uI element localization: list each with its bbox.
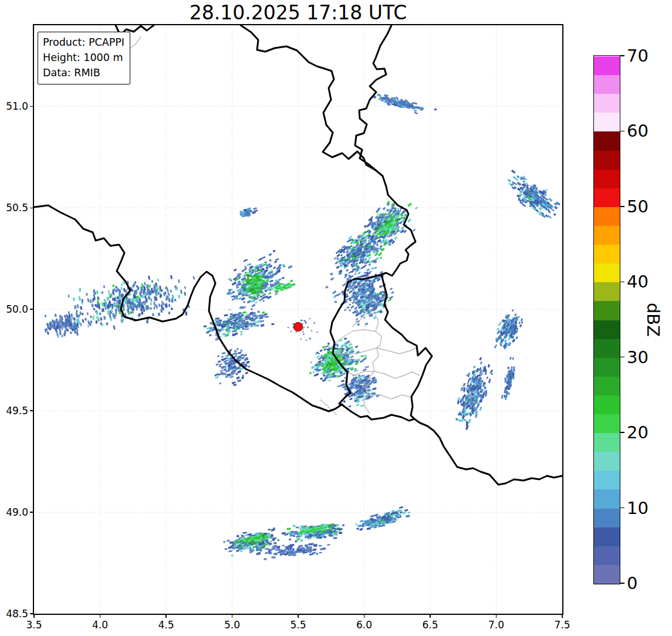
x-tick-label: 5.5: [290, 619, 306, 631]
country-borders: [34, 25, 562, 485]
y-tick-label: 50.5: [0, 202, 28, 214]
admin-border-france-dept-sw: [320, 400, 337, 415]
colorbar-tick-mark: [620, 282, 624, 283]
border-luxembourg-germany: [381, 275, 432, 419]
colorbar-tick-mark: [620, 432, 624, 433]
border-luxembourg-france: [342, 405, 414, 421]
colorbar-segment: [594, 357, 620, 377]
radar-cell-small-cell-nw: [239, 207, 258, 217]
colorbar-segment: [594, 75, 620, 94]
colorbar-segment: [594, 282, 620, 302]
colorbar-segment: [594, 150, 620, 170]
colorbar-tick-label: 20: [627, 422, 649, 442]
radar-cell-patch-northeast: [507, 170, 560, 219]
colorbar-segment: [594, 452, 620, 471]
colorbar-segment: [594, 225, 620, 245]
colorbar-segment: [594, 169, 620, 188]
colorbar-segment: [594, 301, 620, 320]
x-tick-mark: [166, 614, 167, 618]
gridlines: [34, 25, 562, 614]
radar-cell-west-band: [65, 275, 195, 330]
admin-border-lux-canton-e2: [377, 347, 417, 354]
y-tick-label: 51.0: [0, 100, 28, 112]
figure-title: 28.10.2025 17:18 UTC: [190, 1, 407, 24]
colorbar-tick-label: 50: [627, 197, 649, 216]
y-tick-mark: [30, 410, 34, 411]
radar-cell-east-cell: [494, 309, 524, 349]
radar-fleck: [333, 296, 336, 298]
colorbar-segment: [594, 113, 620, 132]
y-tick-mark: [30, 613, 34, 614]
colorbar-tick-label: 0: [627, 573, 637, 593]
colorbar-tick-mark: [620, 131, 624, 132]
colorbar-tick-label: 40: [627, 272, 649, 292]
x-tick-mark: [496, 614, 497, 618]
colorbar-segment: [594, 414, 620, 434]
y-tick-mark: [30, 208, 34, 209]
radar-fleck: [335, 301, 337, 303]
map-plot: Product: PCAPPI Height: 1000 m Data: RMI…: [33, 24, 563, 615]
radar-fleck: [434, 109, 437, 110]
x-tick-mark: [562, 614, 563, 618]
colorbar-segment: [594, 376, 620, 395]
x-tick-mark: [232, 614, 233, 618]
radar-cell-south-band-fringe: [256, 543, 330, 560]
x-tick-label: 3.5: [26, 619, 42, 631]
radar-cell-south-band-e: [355, 506, 411, 531]
colorbar-segment: [594, 320, 620, 339]
info-product: Product: PCAPPI: [43, 35, 124, 50]
colorbar-tick-label: 30: [627, 347, 649, 367]
radar-fleck: [376, 293, 379, 295]
colorbar-tick-label: 10: [627, 498, 649, 518]
admin-border-lux-canton-s: [368, 395, 411, 399]
radar-cell-west-band-sw: [45, 310, 92, 338]
y-tick-mark: [30, 309, 34, 310]
y-tick-label: 50.0: [0, 303, 28, 315]
x-tick-mark: [100, 614, 101, 618]
info-height: Height: 1000 m: [43, 50, 124, 65]
x-tick-mark: [298, 614, 299, 618]
admin-borders: [88, 36, 420, 415]
colorbar-tick-mark: [620, 206, 624, 207]
colorbar-segment: [594, 188, 620, 207]
colorbar-tick-mark: [620, 55, 624, 56]
colorbar-segment: [594, 395, 620, 414]
colorbar-segment: [594, 94, 620, 113]
colorbar-segment: [594, 245, 620, 264]
radar-site-marker: [294, 323, 303, 331]
x-tick-mark: [430, 614, 431, 618]
colorbar-segment: [594, 131, 620, 151]
admin-border-lux-canton-w3: [347, 371, 374, 375]
radar-map-canvas: [34, 25, 562, 614]
colorbar-tick-mark: [620, 357, 624, 358]
y-tick-label: 48.5: [0, 608, 28, 620]
colorbar-axis-label: dBZ: [643, 303, 663, 337]
colorbar-tick-mark: [620, 508, 624, 509]
x-tick-label: 5.0: [224, 619, 240, 631]
radar-cell-streak-north: [373, 93, 424, 114]
colorbar-segment: [594, 263, 620, 283]
x-tick-label: 6.5: [422, 619, 438, 631]
radar-figure: 28.10.2025 17:18 UTC Product: PCAPPI Hei…: [0, 0, 672, 636]
colorbar-segment: [594, 564, 620, 584]
colorbar-tick-mark: [620, 583, 624, 584]
y-tick-label: 49.5: [0, 405, 28, 417]
colorbar-segment: [594, 471, 620, 490]
colorbar-segment: [594, 527, 620, 546]
y-tick-label: 49.0: [0, 506, 28, 518]
colorbar-segment: [594, 56, 620, 76]
colorbar-tick-label: 60: [627, 121, 649, 141]
product-info-box: Product: PCAPPI Height: 1000 m Data: RMI…: [38, 32, 130, 84]
x-tick-mark: [364, 614, 365, 618]
info-data-source: Data: RMIB: [43, 65, 124, 80]
x-tick-label: 7.5: [554, 619, 570, 631]
x-tick-mark: [33, 614, 35, 618]
colorbar-segment: [594, 508, 620, 527]
border-france-germany: [414, 419, 562, 485]
colorbar-segment: [594, 433, 620, 452]
radar-cell-south-band-w: [223, 527, 279, 556]
colorbar: [593, 55, 620, 584]
x-tick-label: 6.0: [356, 619, 372, 631]
y-tick-mark: [30, 512, 34, 513]
colorbar-segment: [594, 207, 620, 226]
